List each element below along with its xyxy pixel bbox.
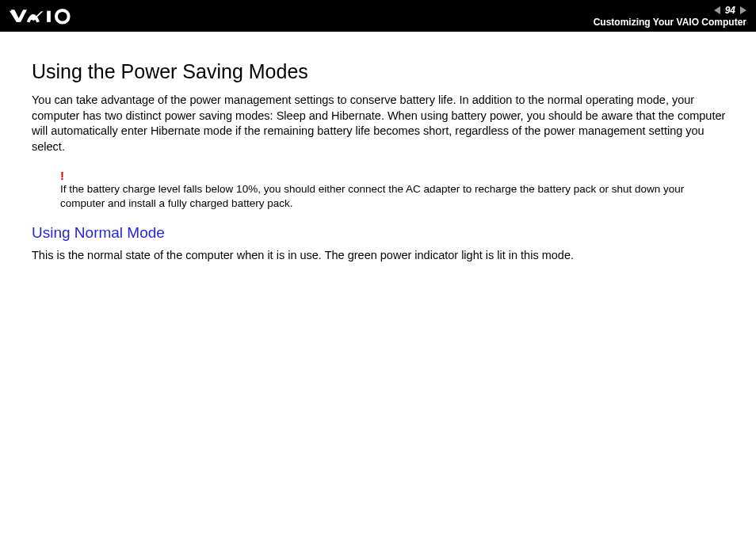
page-header: ✓ 94 Customizing Your VAIO Computer — [0, 0, 756, 32]
main-heading: Using the Power Saving Modes — [32, 60, 731, 83]
sub-heading: Using Normal Mode — [32, 224, 731, 242]
warning-block: ! If the battery charge level falls belo… — [32, 169, 731, 211]
page-content: Using the Power Saving Modes You can tak… — [0, 32, 756, 263]
svg-point-2 — [56, 10, 69, 23]
header-right: 94 Customizing Your VAIO Computer — [594, 5, 746, 28]
previous-page-icon[interactable] — [714, 6, 720, 14]
warning-icon: ! — [60, 169, 731, 182]
intro-paragraph: You can take advantage of the power mana… — [32, 93, 731, 154]
section-title: Customizing Your VAIO Computer — [594, 17, 746, 28]
svg-rect-1 — [47, 11, 51, 22]
vaio-logo: ✓ — [10, 7, 97, 25]
next-page-icon[interactable] — [740, 6, 746, 14]
sub-paragraph: This is the normal state of the computer… — [32, 248, 731, 264]
warning-text: If the battery charge level falls below … — [60, 182, 731, 211]
page-number: 94 — [725, 5, 735, 16]
page-navigation: 94 — [714, 5, 746, 16]
